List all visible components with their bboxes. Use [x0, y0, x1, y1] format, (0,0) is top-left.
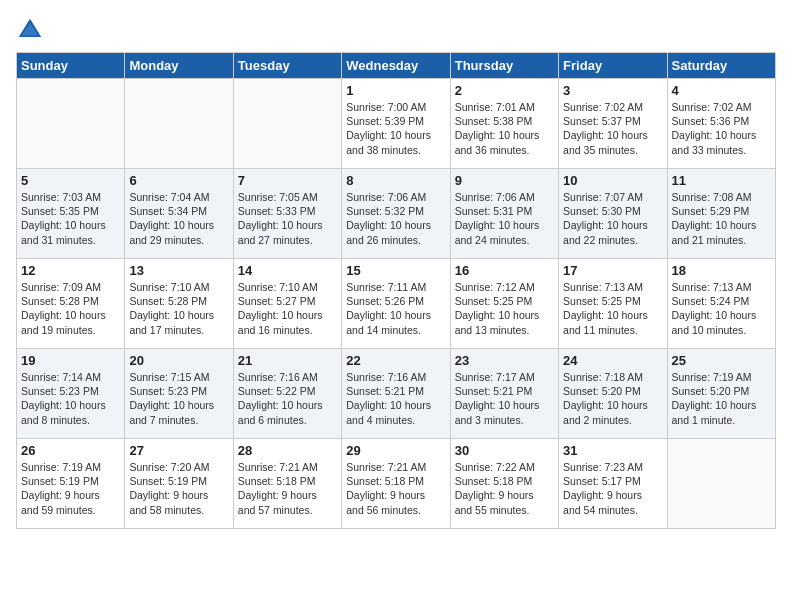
- calendar-day-header: Wednesday: [342, 53, 450, 79]
- day-detail: Sunrise: 7:06 AM Sunset: 5:31 PM Dayligh…: [455, 191, 540, 246]
- day-number: 10: [563, 173, 662, 188]
- calendar-day-cell: 11Sunrise: 7:08 AM Sunset: 5:29 PM Dayli…: [667, 169, 775, 259]
- day-detail: Sunrise: 7:13 AM Sunset: 5:25 PM Dayligh…: [563, 281, 648, 336]
- calendar-week-row: 1Sunrise: 7:00 AM Sunset: 5:39 PM Daylig…: [17, 79, 776, 169]
- calendar-day-header: Thursday: [450, 53, 558, 79]
- calendar-day-header: Tuesday: [233, 53, 341, 79]
- day-detail: Sunrise: 7:14 AM Sunset: 5:23 PM Dayligh…: [21, 371, 106, 426]
- day-detail: Sunrise: 7:22 AM Sunset: 5:18 PM Dayligh…: [455, 461, 535, 516]
- calendar-week-row: 19Sunrise: 7:14 AM Sunset: 5:23 PM Dayli…: [17, 349, 776, 439]
- day-detail: Sunrise: 7:02 AM Sunset: 5:36 PM Dayligh…: [672, 101, 757, 156]
- calendar-day-cell: 28Sunrise: 7:21 AM Sunset: 5:18 PM Dayli…: [233, 439, 341, 529]
- day-detail: Sunrise: 7:00 AM Sunset: 5:39 PM Dayligh…: [346, 101, 431, 156]
- calendar-day-cell: [17, 79, 125, 169]
- calendar-day-cell: 12Sunrise: 7:09 AM Sunset: 5:28 PM Dayli…: [17, 259, 125, 349]
- calendar-day-cell: 1Sunrise: 7:00 AM Sunset: 5:39 PM Daylig…: [342, 79, 450, 169]
- calendar-day-cell: 2Sunrise: 7:01 AM Sunset: 5:38 PM Daylig…: [450, 79, 558, 169]
- day-detail: Sunrise: 7:01 AM Sunset: 5:38 PM Dayligh…: [455, 101, 540, 156]
- day-number: 3: [563, 83, 662, 98]
- day-detail: Sunrise: 7:08 AM Sunset: 5:29 PM Dayligh…: [672, 191, 757, 246]
- day-number: 18: [672, 263, 771, 278]
- logo-icon: [16, 16, 44, 44]
- calendar-day-header: Monday: [125, 53, 233, 79]
- logo: [16, 16, 48, 44]
- calendar-day-header: Saturday: [667, 53, 775, 79]
- day-number: 28: [238, 443, 337, 458]
- day-number: 12: [21, 263, 120, 278]
- day-number: 1: [346, 83, 445, 98]
- day-number: 7: [238, 173, 337, 188]
- day-number: 19: [21, 353, 120, 368]
- day-number: 27: [129, 443, 228, 458]
- day-number: 25: [672, 353, 771, 368]
- calendar-day-cell: 17Sunrise: 7:13 AM Sunset: 5:25 PM Dayli…: [559, 259, 667, 349]
- calendar-day-cell: 22Sunrise: 7:16 AM Sunset: 5:21 PM Dayli…: [342, 349, 450, 439]
- calendar-day-cell: 30Sunrise: 7:22 AM Sunset: 5:18 PM Dayli…: [450, 439, 558, 529]
- calendar-day-cell: 14Sunrise: 7:10 AM Sunset: 5:27 PM Dayli…: [233, 259, 341, 349]
- calendar-day-cell: 31Sunrise: 7:23 AM Sunset: 5:17 PM Dayli…: [559, 439, 667, 529]
- day-detail: Sunrise: 7:21 AM Sunset: 5:18 PM Dayligh…: [238, 461, 318, 516]
- calendar-day-cell: 16Sunrise: 7:12 AM Sunset: 5:25 PM Dayli…: [450, 259, 558, 349]
- day-detail: Sunrise: 7:06 AM Sunset: 5:32 PM Dayligh…: [346, 191, 431, 246]
- calendar-day-cell: 19Sunrise: 7:14 AM Sunset: 5:23 PM Dayli…: [17, 349, 125, 439]
- day-number: 20: [129, 353, 228, 368]
- day-detail: Sunrise: 7:19 AM Sunset: 5:20 PM Dayligh…: [672, 371, 757, 426]
- calendar-day-cell: 10Sunrise: 7:07 AM Sunset: 5:30 PM Dayli…: [559, 169, 667, 259]
- calendar-day-cell: 24Sunrise: 7:18 AM Sunset: 5:20 PM Dayli…: [559, 349, 667, 439]
- calendar-day-cell: [233, 79, 341, 169]
- day-number: 6: [129, 173, 228, 188]
- day-detail: Sunrise: 7:12 AM Sunset: 5:25 PM Dayligh…: [455, 281, 540, 336]
- day-detail: Sunrise: 7:20 AM Sunset: 5:19 PM Dayligh…: [129, 461, 209, 516]
- calendar-week-row: 26Sunrise: 7:19 AM Sunset: 5:19 PM Dayli…: [17, 439, 776, 529]
- day-detail: Sunrise: 7:10 AM Sunset: 5:28 PM Dayligh…: [129, 281, 214, 336]
- calendar-table: SundayMondayTuesdayWednesdayThursdayFrid…: [16, 52, 776, 529]
- day-detail: Sunrise: 7:09 AM Sunset: 5:28 PM Dayligh…: [21, 281, 106, 336]
- calendar-day-cell: 15Sunrise: 7:11 AM Sunset: 5:26 PM Dayli…: [342, 259, 450, 349]
- day-detail: Sunrise: 7:07 AM Sunset: 5:30 PM Dayligh…: [563, 191, 648, 246]
- day-detail: Sunrise: 7:04 AM Sunset: 5:34 PM Dayligh…: [129, 191, 214, 246]
- calendar-day-cell: 25Sunrise: 7:19 AM Sunset: 5:20 PM Dayli…: [667, 349, 775, 439]
- day-number: 16: [455, 263, 554, 278]
- day-detail: Sunrise: 7:15 AM Sunset: 5:23 PM Dayligh…: [129, 371, 214, 426]
- calendar-day-cell: [667, 439, 775, 529]
- calendar-day-cell: 23Sunrise: 7:17 AM Sunset: 5:21 PM Dayli…: [450, 349, 558, 439]
- day-detail: Sunrise: 7:10 AM Sunset: 5:27 PM Dayligh…: [238, 281, 323, 336]
- day-number: 30: [455, 443, 554, 458]
- calendar-day-cell: 4Sunrise: 7:02 AM Sunset: 5:36 PM Daylig…: [667, 79, 775, 169]
- day-detail: Sunrise: 7:02 AM Sunset: 5:37 PM Dayligh…: [563, 101, 648, 156]
- calendar-day-cell: 7Sunrise: 7:05 AM Sunset: 5:33 PM Daylig…: [233, 169, 341, 259]
- day-number: 17: [563, 263, 662, 278]
- calendar-day-cell: [125, 79, 233, 169]
- day-detail: Sunrise: 7:05 AM Sunset: 5:33 PM Dayligh…: [238, 191, 323, 246]
- day-detail: Sunrise: 7:17 AM Sunset: 5:21 PM Dayligh…: [455, 371, 540, 426]
- day-number: 9: [455, 173, 554, 188]
- day-number: 13: [129, 263, 228, 278]
- day-number: 2: [455, 83, 554, 98]
- calendar-day-header: Sunday: [17, 53, 125, 79]
- day-number: 24: [563, 353, 662, 368]
- day-number: 8: [346, 173, 445, 188]
- calendar-day-cell: 6Sunrise: 7:04 AM Sunset: 5:34 PM Daylig…: [125, 169, 233, 259]
- day-detail: Sunrise: 7:23 AM Sunset: 5:17 PM Dayligh…: [563, 461, 643, 516]
- calendar-day-cell: 26Sunrise: 7:19 AM Sunset: 5:19 PM Dayli…: [17, 439, 125, 529]
- day-number: 21: [238, 353, 337, 368]
- calendar-header-row: SundayMondayTuesdayWednesdayThursdayFrid…: [17, 53, 776, 79]
- page-header: [16, 16, 776, 44]
- day-number: 31: [563, 443, 662, 458]
- day-number: 15: [346, 263, 445, 278]
- day-detail: Sunrise: 7:03 AM Sunset: 5:35 PM Dayligh…: [21, 191, 106, 246]
- calendar-day-cell: 8Sunrise: 7:06 AM Sunset: 5:32 PM Daylig…: [342, 169, 450, 259]
- calendar-day-cell: 18Sunrise: 7:13 AM Sunset: 5:24 PM Dayli…: [667, 259, 775, 349]
- day-number: 14: [238, 263, 337, 278]
- day-number: 22: [346, 353, 445, 368]
- calendar-day-cell: 3Sunrise: 7:02 AM Sunset: 5:37 PM Daylig…: [559, 79, 667, 169]
- calendar-day-cell: 9Sunrise: 7:06 AM Sunset: 5:31 PM Daylig…: [450, 169, 558, 259]
- day-number: 23: [455, 353, 554, 368]
- day-detail: Sunrise: 7:18 AM Sunset: 5:20 PM Dayligh…: [563, 371, 648, 426]
- calendar-week-row: 12Sunrise: 7:09 AM Sunset: 5:28 PM Dayli…: [17, 259, 776, 349]
- calendar-day-cell: 5Sunrise: 7:03 AM Sunset: 5:35 PM Daylig…: [17, 169, 125, 259]
- calendar-day-header: Friday: [559, 53, 667, 79]
- day-number: 11: [672, 173, 771, 188]
- day-detail: Sunrise: 7:19 AM Sunset: 5:19 PM Dayligh…: [21, 461, 101, 516]
- day-number: 26: [21, 443, 120, 458]
